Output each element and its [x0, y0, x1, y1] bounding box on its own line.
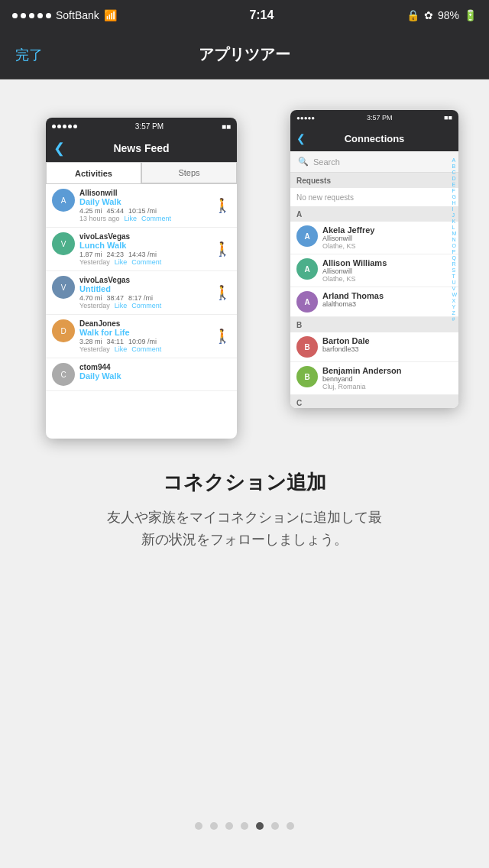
like-button[interactable]: Like [115, 345, 128, 353]
feed-stats: 4.25 mi45:4410:15 /mi [79, 207, 209, 215]
conn-location: Olathe, KS [322, 242, 452, 250]
conn-name: Barton Dale [322, 336, 452, 345]
back-icon[interactable]: ❮ [296, 132, 306, 144]
section-a-header: A [290, 206, 458, 222]
list-item[interactable]: A Arland Thomas alalthoma3 [290, 287, 458, 317]
status-bar: SoftBank 📶 7:14 🔒 ✿ 98% 🔋 [0, 0, 489, 31]
conn-location: Cluj, Romania [322, 383, 452, 390]
back-icon[interactable]: ❮ [53, 140, 65, 157]
list-item: A Allisonwill Daily Walk 4.25 mi45:4410:… [46, 184, 237, 228]
page-title: アプリツアー [199, 44, 290, 65]
list-item[interactable]: B Benjamin Anderson bennyand Cluj, Roman… [290, 362, 458, 395]
like-button[interactable]: Like [115, 258, 128, 266]
comment-button[interactable]: Comment [131, 302, 161, 309]
screen1-tabs: Activities Steps [46, 162, 237, 184]
avatar: A [296, 225, 318, 247]
page-dot-3[interactable] [225, 822, 233, 830]
battery-icon: 🔋 [464, 9, 477, 21]
feed-walk-title[interactable]: Untitled [79, 284, 209, 293]
conn-username: Allisonwill [322, 235, 452, 242]
feed-walk-title[interactable]: Walk for Life [79, 328, 209, 337]
avatar: B [296, 336, 318, 358]
status-right: 🔒 ✿ 98% 🔋 [406, 9, 477, 21]
feed-actions: 13 hours ago Like Comment [79, 215, 209, 222]
conn-username: alalthoma3 [322, 300, 452, 308]
conn-username: Allisonwill [322, 267, 452, 275]
nav-bar: 完了 アプリツアー [0, 31, 489, 79]
wifi-icon: 📶 [104, 9, 117, 21]
page-dot-6[interactable] [271, 822, 279, 830]
signal-dots [12, 13, 51, 18]
avatar: A [296, 291, 318, 313]
like-button[interactable]: Like [125, 215, 138, 222]
bottom-title: コネクション追加 [107, 469, 382, 496]
screen1-time: 3:57 PM [135, 122, 164, 131]
feed-username: DeanJones [79, 319, 209, 328]
done-button[interactable]: 完了 [15, 46, 43, 64]
connections-screen: ●●●●● 3:57 PM ■■ ❮ Connections 🔍 Search … [290, 110, 458, 408]
page-dots [0, 822, 489, 830]
feed-actions: Yesterday Like Comment [79, 302, 209, 309]
avatar: V [52, 232, 75, 255]
avatar: C [52, 363, 75, 386]
feed-stats: 1.87 mi24:2314:43 /mi [79, 251, 209, 258]
screen1-navbar: ❮ News Feed [46, 134, 237, 162]
screen2-statusbar: ●●●●● 3:57 PM ■■ [290, 110, 458, 125]
walker-icon: 🚶 [214, 232, 231, 266]
feed-username: ctom944 [79, 363, 231, 371]
comment-button[interactable]: Comment [141, 215, 171, 222]
feed-stats: 4.70 mi38:478:17 /mi [79, 294, 209, 302]
newsfeed-screen: 3:57 PM ■■ ❮ News Feed Activities Steps … [46, 118, 237, 439]
avatar: V [52, 276, 75, 299]
conn-username: barfondle33 [322, 345, 452, 353]
page-dot-1[interactable] [195, 822, 202, 830]
tab-steps[interactable]: Steps [141, 162, 237, 183]
search-icon: 🔍 [298, 157, 309, 167]
feed-actions: Yesterday Like Comment [79, 258, 209, 266]
feed-walk-title[interactable]: Daily Walk [79, 371, 231, 381]
list-item[interactable]: A Allison Williams Allisonwill Olathe, K… [290, 254, 458, 287]
avatar: B [296, 366, 318, 387]
battery-label: 98% [438, 9, 459, 21]
feed-username: vivoLasVegas [79, 232, 209, 241]
tab-activities[interactable]: Activities [46, 162, 141, 183]
avatar: A [296, 258, 318, 280]
page-dot-7[interactable] [287, 822, 294, 830]
comment-button[interactable]: Comment [131, 345, 161, 353]
list-item: C ctom944 Daily Walk [46, 358, 237, 391]
like-button[interactable]: Like [115, 302, 128, 309]
lock-icon: 🔒 [406, 9, 419, 21]
feed-walk-title[interactable]: Daily Walk [79, 197, 209, 206]
feed-walk-title[interactable]: Lunch Walk [79, 241, 209, 250]
conn-username: bennyand [322, 375, 452, 383]
section-b-header: B [290, 317, 458, 332]
screen1-title: News Feed [113, 142, 169, 154]
avatar: D [52, 319, 75, 342]
feed-username: Allisonwill [79, 189, 209, 197]
feed-actions: Yesterday Like Comment [79, 345, 209, 353]
conn-name: Allison Williams [322, 258, 452, 267]
comment-button[interactable]: Comment [131, 258, 161, 266]
section-c-header: C [290, 395, 458, 408]
alphabet-sidebar[interactable]: ABCDE FGHIJ KLMNO PQRST UVWXY Z# [450, 156, 458, 323]
screen1-feed: A Allisonwill Daily Walk 4.25 mi45:4410:… [46, 184, 237, 391]
time-display: 7:14 [249, 8, 274, 22]
page-dot-2[interactable] [210, 822, 218, 830]
conn-name: Benjamin Anderson [322, 366, 452, 375]
list-item[interactable]: B Barton Dale barfondle33 [290, 332, 458, 362]
screenshots-container: 3:57 PM ■■ ❮ News Feed Activities Steps … [23, 110, 466, 439]
requests-header: Requests [290, 173, 458, 188]
conn-name: Arland Thomas [322, 291, 452, 300]
screen2-navbar: ❮ Connections [290, 125, 458, 151]
page-dot-5[interactable] [256, 822, 264, 830]
status-left: SoftBank 📶 [12, 9, 117, 21]
bottom-section: コネクション追加 友人や家族をマイコネクションに追加して最新の状況をフォローしま… [76, 469, 413, 551]
page-dot-4[interactable] [241, 822, 248, 830]
conn-name: Akela Jeffrey [322, 225, 452, 235]
bluetooth-icon: ✿ [424, 9, 433, 21]
list-item: V vivoLasVegas Untitled 4.70 mi38:478:17… [46, 271, 237, 315]
main-content: 3:57 PM ■■ ❮ News Feed Activities Steps … [0, 79, 489, 868]
search-bar[interactable]: 🔍 Search [290, 151, 458, 173]
feed-username: vivoLasVegas [79, 276, 209, 284]
list-item[interactable]: A Akela Jeffrey Allisonwill Olathe, KS [290, 222, 458, 254]
